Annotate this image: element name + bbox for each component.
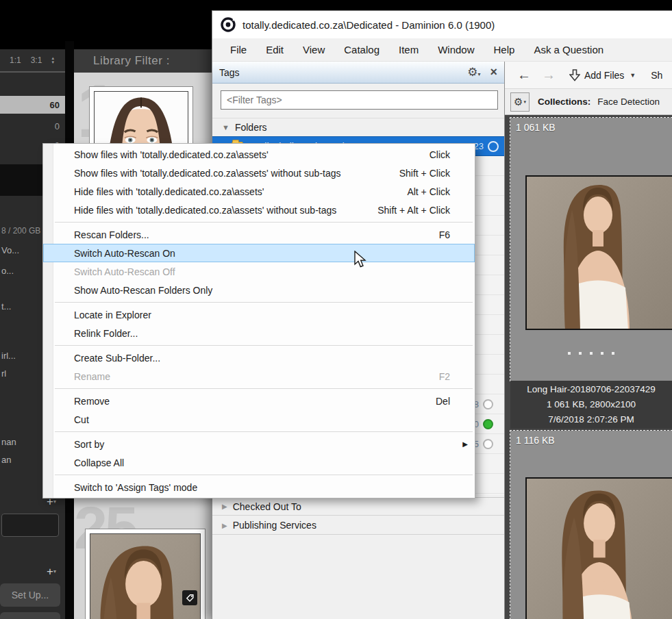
collection-value[interactable]: Face Detection bbox=[597, 97, 660, 107]
menu-item-rescan-folders[interactable]: Rescan Folders... F6 bbox=[43, 225, 475, 244]
menu-item-remove[interactable]: Remove Del bbox=[43, 392, 475, 410]
filter-circle-icon[interactable] bbox=[488, 141, 499, 152]
file-size-badge: 1 116 KB bbox=[516, 435, 555, 446]
lightroom-count-row[interactable]: 60 bbox=[0, 96, 65, 114]
file-date: 7/6/2018 2:07:26 PM bbox=[510, 412, 672, 427]
folder-context-menu: Show files with 'totally.dedicated.co.za… bbox=[43, 144, 475, 498]
tag-badge-icon bbox=[182, 590, 197, 605]
share-button[interactable]: Sh bbox=[651, 70, 662, 81]
menu-item-show-files[interactable]: Show files with 'totally.dedicated.co.za… bbox=[43, 145, 475, 164]
lightroom-zoom-ratio-bar: 1:1 3:1 ▴▾ bbox=[0, 49, 65, 71]
daminion-logo-icon bbox=[221, 17, 236, 32]
browser-panel: ← → Add Files ▼ Sh ⚙▾ Collections: Face … bbox=[505, 62, 672, 619]
section-checked-out-to[interactable]: ▶ Checked Out To bbox=[212, 497, 504, 516]
keyword-item[interactable]: rl bbox=[1, 368, 6, 379]
menu-item-sort-by[interactable]: Sort by ▶ bbox=[43, 435, 475, 453]
library-filter-bar: Library Filter : bbox=[74, 49, 212, 73]
add-files-button[interactable]: Add Files bbox=[584, 70, 624, 81]
thumbnail-cell-2[interactable]: 1 116 KB bbox=[510, 431, 672, 619]
keyword-item[interactable]: t... bbox=[1, 301, 11, 312]
add-button[interactable]: +▾ bbox=[47, 566, 56, 577]
portrait-photo bbox=[90, 533, 201, 619]
browser-toolbar: ← → Add Files ▼ Sh bbox=[505, 62, 672, 89]
window-title: totally.dedicated.co.za\Dedicated - Dami… bbox=[242, 19, 495, 31]
menu-item-hide-files-without-subtags[interactable]: Hide files with 'totally.dedicated.co.za… bbox=[43, 201, 475, 219]
close-icon[interactable]: × bbox=[490, 65, 497, 79]
file-info: 1 061 KB, 2800x2100 bbox=[510, 397, 672, 412]
collections-label: Collections: bbox=[538, 97, 590, 107]
thumbnail-cell-1[interactable]: 1 061 KB bbox=[510, 118, 672, 381]
menu-item-create-sub-folder[interactable]: Create Sub-Folder... bbox=[43, 349, 475, 367]
menu-item-hide-files[interactable]: Hide files with 'totally.dedicated.co.za… bbox=[43, 182, 475, 201]
lightroom-text-input[interactable] bbox=[1, 514, 59, 537]
filter-tags-input[interactable] bbox=[221, 90, 498, 110]
screen: 1:1 3:1 ▴▾ 60 0 0 8 / 200 GB Vo... o... … bbox=[0, 0, 672, 619]
gear-icon[interactable]: ⚙▾ bbox=[467, 65, 480, 79]
gear-button[interactable]: ⚙▾ bbox=[510, 92, 530, 112]
keyword-item[interactable]: irl... bbox=[1, 351, 16, 361]
thumbnail-caption: Long Hair-20180706-22037429 1 061 KB, 28… bbox=[510, 381, 672, 429]
menu-item-rename: Rename F2 bbox=[43, 367, 475, 386]
ratio-updown-icon[interactable]: ▴▾ bbox=[51, 56, 54, 64]
ratio-3-1[interactable]: 3:1 bbox=[31, 55, 42, 65]
tags-panel-header: Tags ⚙▾ × bbox=[212, 62, 504, 84]
menu-separator bbox=[55, 222, 473, 223]
lightroom-count-row[interactable]: 0 bbox=[0, 118, 65, 134]
title-bar: totally.dedicated.co.za\Dedicated - Dami… bbox=[212, 11, 672, 38]
menu-item-locate-in-explorer[interactable]: Locate in Explorer bbox=[43, 305, 475, 324]
menu-item-show-auto-rescan-folders-only[interactable]: Show Auto-Rescan Folders Only bbox=[43, 281, 475, 299]
menu-item-switch-auto-rescan-on[interactable]: Switch Auto-Rescan On bbox=[43, 244, 475, 262]
menu-window[interactable]: Window bbox=[428, 44, 484, 55]
mouse-cursor bbox=[353, 251, 370, 268]
menu-catalog[interactable]: Catalog bbox=[334, 44, 389, 55]
menu-file[interactable]: File bbox=[221, 44, 256, 55]
menu-separator bbox=[55, 302, 473, 303]
grid-thumbnail-25[interactable] bbox=[85, 529, 206, 619]
keyword-item[interactable]: Vo... bbox=[1, 245, 19, 255]
forward-icon[interactable]: → bbox=[542, 67, 556, 83]
folders-section-header[interactable]: ▼ Folders bbox=[212, 118, 504, 136]
thumbnail-dots bbox=[510, 352, 672, 355]
menu-separator bbox=[55, 431, 473, 432]
filter-circle-icon[interactable] bbox=[483, 399, 493, 409]
menu-edit[interactable]: Edit bbox=[256, 44, 293, 55]
menu-item-switch-to-assign-tags-mode[interactable]: Switch to 'Assign Tags' mode bbox=[43, 478, 475, 496]
keyword-item[interactable]: nan bbox=[1, 437, 16, 447]
menu-bar: File Edit View Catalog Item Window Help … bbox=[212, 38, 672, 62]
back-icon[interactable]: ← bbox=[517, 67, 531, 83]
menu-separator bbox=[55, 388, 473, 389]
menu-view[interactable]: View bbox=[293, 44, 334, 55]
file-name: Long Hair-20180706-22037429 bbox=[510, 382, 672, 397]
menu-item-switch-auto-rescan-off: Switch Auto-Rescan Off bbox=[43, 262, 475, 281]
menu-item-show-files-without-subtags[interactable]: Show files with 'totally.dedicated.co.za… bbox=[43, 164, 475, 182]
menu-item-relink-folder[interactable]: Relink Folder... bbox=[43, 324, 475, 342]
menu-help[interactable]: Help bbox=[484, 44, 525, 55]
ratio-1-1[interactable]: 1:1 bbox=[10, 55, 21, 65]
partial-button[interactable] bbox=[0, 612, 60, 619]
menu-item[interactable]: Item bbox=[389, 44, 428, 55]
keyword-item[interactable]: an bbox=[1, 455, 11, 465]
set-up-button[interactable]: Set Up... bbox=[0, 583, 60, 607]
chevron-down-icon[interactable]: ▼ bbox=[630, 72, 636, 79]
menu-separator bbox=[55, 345, 473, 346]
chevron-right-icon[interactable]: ▶ bbox=[222, 522, 227, 529]
thumbnail-photo[interactable] bbox=[525, 477, 672, 619]
chevron-right-icon[interactable]: ▶ bbox=[222, 503, 227, 510]
chevron-down-icon[interactable]: ▼ bbox=[222, 123, 229, 131]
thumbnail-browser: 1 061 KB bbox=[505, 115, 672, 619]
filter-circle-green-icon[interactable] bbox=[483, 419, 493, 429]
submenu-arrow-icon: ▶ bbox=[462, 440, 468, 448]
filter-circle-icon[interactable] bbox=[483, 439, 493, 449]
menu-item-cut[interactable]: Cut bbox=[43, 410, 475, 429]
portrait-photo bbox=[527, 479, 672, 619]
add-files-icon[interactable] bbox=[569, 69, 580, 81]
menu-item-collapse-all[interactable]: Collapse All bbox=[43, 453, 475, 472]
keyword-item[interactable]: o... bbox=[1, 266, 14, 276]
tags-panel-title: Tags bbox=[219, 67, 467, 78]
section-publishing-services[interactable]: ▶ Publishing Services bbox=[212, 516, 504, 535]
portrait-photo bbox=[527, 177, 672, 329]
menu-separator bbox=[55, 475, 473, 475]
thumbnail-photo[interactable] bbox=[525, 175, 672, 330]
menu-ask-a-question[interactable]: Ask a Question bbox=[524, 44, 613, 55]
collections-bar: ⚙▾ Collections: Face Detection bbox=[505, 89, 672, 115]
